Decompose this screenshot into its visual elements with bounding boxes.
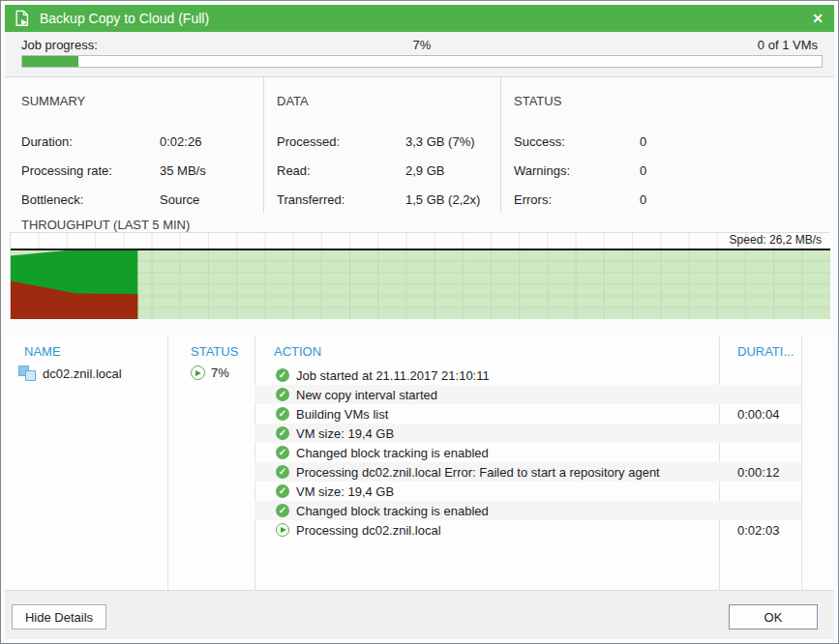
action-status-icon <box>276 446 289 459</box>
action-row[interactable]: New copy interval started <box>255 385 801 404</box>
action-row[interactable]: Processing dc02.znil.local 0:02:03 <box>255 520 801 540</box>
details-table: NAME STATUS ACTION DURATI... dc02.znil.l… <box>5 337 834 590</box>
vm-icon <box>18 366 36 381</box>
header-status[interactable]: STATUS <box>191 344 238 359</box>
data-column: DATA Processed:3,3 GB (7%) Read:2,9 GB T… <box>263 77 500 213</box>
stat-label: Success: <box>514 134 640 149</box>
stat-label: Bottleneck: <box>21 192 160 207</box>
header-duration[interactable]: DURATI... <box>737 344 794 359</box>
stat-value: Source <box>160 192 199 207</box>
job-progress-dialog: Backup Copy to Cloud (Full) ✕ Job progre… <box>0 0 839 644</box>
stat-value: 3,3 GB (7%) <box>405 134 475 149</box>
progress-fill <box>22 56 78 67</box>
stat-label: Duration: <box>21 134 160 149</box>
action-duration: 0:00:12 <box>719 465 801 480</box>
column-divider <box>801 337 802 590</box>
vm-count-label: 0 of 1 VMs <box>758 38 818 52</box>
action-text: Building VMs list <box>296 407 719 422</box>
action-row[interactable]: VM size: 19,4 GB <box>255 482 801 501</box>
summary-heading: SUMMARY <box>21 94 263 108</box>
stat-label: Processing rate: <box>21 163 160 178</box>
vm-status-percent: 7% <box>211 366 229 380</box>
stat-label: Transferred: <box>277 192 405 207</box>
stat-value: 0 <box>640 192 646 207</box>
data-heading: DATA <box>277 94 500 108</box>
stats-section: SUMMARY Duration:0:02:26 Processing rate… <box>5 77 834 213</box>
action-status-icon <box>276 465 289 479</box>
stat-label: Errors: <box>514 192 640 207</box>
action-status-icon <box>276 523 289 537</box>
stat-value: 0:02:26 <box>160 134 201 149</box>
action-status-icon <box>276 388 289 401</box>
status-heading: STATUS <box>514 94 834 108</box>
progress-percent: 7% <box>21 38 823 52</box>
progress-bar <box>21 55 823 68</box>
stat-label: Read: <box>277 163 405 178</box>
action-row[interactable]: VM size: 19,4 GB <box>255 424 801 443</box>
action-status-icon <box>276 368 289 382</box>
action-text: VM size: 19,4 GB <box>296 426 719 441</box>
action-status-icon <box>276 504 289 517</box>
hide-details-button[interactable]: Hide Details <box>12 604 106 629</box>
action-text: Processing dc02.znil.local Error: Failed… <box>296 465 719 480</box>
vm-name: dc02.znil.local <box>43 366 122 381</box>
summary-column: SUMMARY Duration:0:02:26 Processing rate… <box>5 77 263 213</box>
progress-section: Job progress: 7% 0 of 1 VMs <box>5 32 834 77</box>
action-text: Changed block tracking is enabled <box>296 504 719 518</box>
speed-label: Speed: 26,2 MB/s <box>730 233 822 247</box>
stat-value: 35 MB/s <box>160 163 206 178</box>
stat-value: 1,5 GB (2,2x) <box>405 192 480 207</box>
action-text: Changed block tracking is enabled <box>296 446 719 460</box>
action-status-icon <box>276 484 289 498</box>
action-text: Job started at 21.11.2017 21:10:11 <box>296 368 719 383</box>
header-name[interactable]: NAME <box>24 344 61 359</box>
footer: Hide Details OK <box>5 590 834 639</box>
action-log: Job started at 21.11.2017 21:10:11 New c… <box>255 366 801 540</box>
action-row[interactable]: Processing dc02.znil.local Error: Failed… <box>255 462 801 482</box>
vm-row[interactable]: dc02.znil.local 7% <box>5 366 255 387</box>
stat-value: 0 <box>640 163 646 178</box>
ok-button[interactable]: OK <box>729 604 818 629</box>
throughput-heading: THROUGHPUT (LAST 5 MIN) <box>21 218 190 232</box>
stat-label: Processed: <box>277 134 405 149</box>
action-row[interactable]: Building VMs list 0:00:04 <box>255 404 801 424</box>
action-status-icon <box>276 426 289 440</box>
action-text: Processing dc02.znil.local <box>296 523 719 538</box>
action-text: New copy interval started <box>296 388 719 402</box>
stat-value: 2,9 GB <box>405 163 444 178</box>
header-action[interactable]: ACTION <box>274 344 321 359</box>
action-row[interactable]: Job started at 21.11.2017 21:10:11 <box>255 366 801 385</box>
stat-label: Warnings: <box>514 163 640 178</box>
vm-status-icon <box>191 366 205 380</box>
action-text: VM size: 19,4 GB <box>296 484 719 499</box>
action-duration: 0:00:04 <box>719 407 801 422</box>
backup-copy-icon <box>14 10 31 27</box>
status-column: STATUS Success:0 Warnings:0 Errors:0 <box>500 77 834 213</box>
titlebar[interactable]: Backup Copy to Cloud (Full) ✕ <box>5 5 834 32</box>
window-title: Backup Copy to Cloud (Full) <box>40 11 209 26</box>
action-status-icon <box>276 407 289 421</box>
stat-value: 0 <box>640 134 646 149</box>
throughput-chart: Speed: 26,2 MB/s <box>10 232 829 319</box>
close-icon[interactable]: ✕ <box>801 5 834 32</box>
action-row[interactable]: Changed block tracking is enabled <box>255 443 801 462</box>
action-row[interactable]: Changed block tracking is enabled <box>255 501 801 520</box>
action-duration: 0:02:03 <box>719 523 801 538</box>
